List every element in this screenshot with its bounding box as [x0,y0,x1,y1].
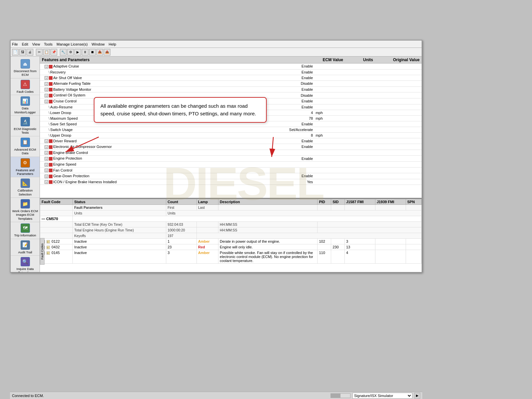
ecm-value [255,167,314,173]
fault-col-pid: PID [318,199,331,205]
fault-count: 1 [166,239,197,244]
feature-name: ICON / Engine Brake Harness Installed [53,180,117,184]
sidebar-label-data: Data Monitor/Logger [11,106,39,114]
sidebar-label-calibration: Calibration Selection [11,189,39,196]
feature-name: Adaptive Cruise [53,64,79,68]
fault-code: + ○ 0145 [40,250,73,264]
feature-name: Gear-Down Protection [53,174,89,178]
toolbar-btn-2[interactable]: 🖫 [19,49,26,56]
sidebar-item-work-orders[interactable]: 📁 Work Orders ECM Images ECM Templates [11,198,40,222]
fault-status: Inactive [73,250,166,264]
fault-subhdr-code [40,205,73,210]
status-connected: Connected to ECM. [12,394,44,398]
sidebar-item-disconnect[interactable]: ⏏ Disconnect from ECM [11,58,40,78]
feature-name: Recovery [50,70,66,74]
sidebar-label-trip: Trip Information [14,233,36,237]
toolbar-btn-8[interactable]: ⚙ [67,49,74,56]
table-row: -Air Shut Off ValveEnable [40,75,422,81]
features-panel-header: Features and Parameters ECM Value Units … [40,57,422,64]
main-window: File Edit View Tools Manage License(s) W… [10,40,422,273]
sidebar-item-adv-ecm[interactable]: 📋 Advanced ECM Data [11,136,40,157]
fault-col-status: Status [73,199,166,205]
fault-row: + ○ 0145 Inactive 3 Amber Possible white… [40,250,422,264]
fault-j1939 [375,239,406,244]
toolbar-btn-9[interactable]: ▶ [74,49,81,56]
feature-name: Battery Voltage Monitor [53,87,91,91]
sidebar-label-fault: Fault Codes [17,90,34,93]
fault-subhdr-pid2 [318,205,331,210]
callout-text: All available engine parameters can be c… [100,103,256,116]
table-row: \Switch UsageSet/Accelerate [40,127,422,132]
sidebar-item-audit[interactable]: 📝 Audit Trail [11,239,40,256]
fault-engine-hours-row: Total Engine Hours (Engine Run Time)1000… [40,227,422,233]
orig-value [362,132,422,138]
toolbar-btn-6[interactable]: 📌 [51,49,57,56]
fault-subhdr-spn2 [406,205,421,210]
col-ecm-value: ECM Value [323,58,343,62]
fault-col-desc: Description [218,199,318,205]
work-orders-icon: 📁 [21,199,30,208]
fault-col-spn: SPN [406,199,421,205]
fault-col-sid: SID [331,199,345,205]
sidebar-item-ecm-diag[interactable]: 🔬 ECM Diagnostic Tests [11,116,40,136]
units-value [314,138,362,144]
toolbar-btn-10[interactable]: ⏸ [82,49,88,56]
fault-pid [318,244,331,250]
feature-name: Fan Control [53,168,72,172]
col-orig-value: Original Value [393,58,420,62]
units-value [314,92,362,98]
menu-window[interactable]: Window [92,42,105,46]
content-area: Features and Parameters ECM Value Units … [40,57,422,272]
fault-codes-tab[interactable]: Fault Codes [40,238,45,265]
menu-view[interactable]: View [32,42,40,46]
orig-value [362,138,422,144]
fault-col-code: Fault Code [40,199,73,205]
fault-module-row: — CM570 [40,216,422,222]
menu-edit[interactable]: Edit [22,42,28,46]
orig-value [362,104,422,110]
fault-ecm-time-row: Total ECM Time (Key On Time)932:04:03HH:… [40,222,422,227]
fault-subhdr-blank [218,205,318,210]
fault-subhdr-sid2 [331,205,345,210]
orig-value [362,69,422,75]
menu-help[interactable]: Help [109,42,116,46]
fault-subhdr2-units: Units [73,210,166,216]
fault-col-count: Count [166,199,197,205]
orig-value [362,75,422,81]
ecm-value: Enable [255,144,314,150]
toolbar-btn-11[interactable]: ⏹ [89,49,96,56]
units-value [314,98,362,104]
fault-sid [331,239,345,244]
toolbar-btn-3[interactable]: 🖨 [27,49,33,56]
menu-bar: File Edit View Tools Manage License(s) W… [11,41,422,48]
toolbar-btn-4[interactable]: ✂ [36,49,43,56]
ecm-value: Enable [255,173,314,179]
toolbar-btn-12[interactable]: 📥 [96,49,103,56]
feature-name: Alternate Fueling Table [53,81,90,85]
feature-name: Lower Droop [50,111,71,115]
fault-keyoffs-row: Keyoffs197 [40,233,422,239]
units-value [314,104,362,110]
fault-lamp: Red [197,244,218,250]
menu-file[interactable]: File [12,42,18,46]
sidebar-item-features[interactable]: ⚙ Features and Parameters [11,157,40,178]
sidebar-item-trip[interactable]: 🗺 Trip Information [11,222,40,239]
simulator-select[interactable]: Signature/ISX Simulator [352,393,412,399]
sidebar-item-fault-codes[interactable]: ⚠ Fault Codes [11,78,40,95]
fault-subhdr-j19392 [375,205,406,210]
sidebar-item-inquire[interactable]: 🔍 Inquire Data Extraction [11,256,40,272]
fault-subhdr-first: First [166,205,197,210]
fault-panel: Fault Code Status Count Lamp Description… [40,199,422,272]
menu-license[interactable]: Manage License(s) [57,42,88,46]
menu-tools[interactable]: Tools [44,42,53,46]
sidebar-item-data-monitor[interactable]: 📊 Data Monitor/Logger [11,95,40,116]
sidebar-item-calibration[interactable]: 📐 Calibration Selection [11,177,40,198]
simulator-go-btn[interactable]: ▶ [414,393,420,399]
table-row: -Gear-Down ProtectionEnable [40,173,422,179]
toolbar-btn-1[interactable]: 📄 [12,49,19,56]
toolbar-btn-7[interactable]: 🔧 [60,49,66,56]
toolbar-btn-5[interactable]: 📋 [43,49,50,56]
toolbar-btn-13[interactable]: 📤 [104,49,110,56]
orig-value [362,167,422,173]
fault-spn [406,244,421,250]
